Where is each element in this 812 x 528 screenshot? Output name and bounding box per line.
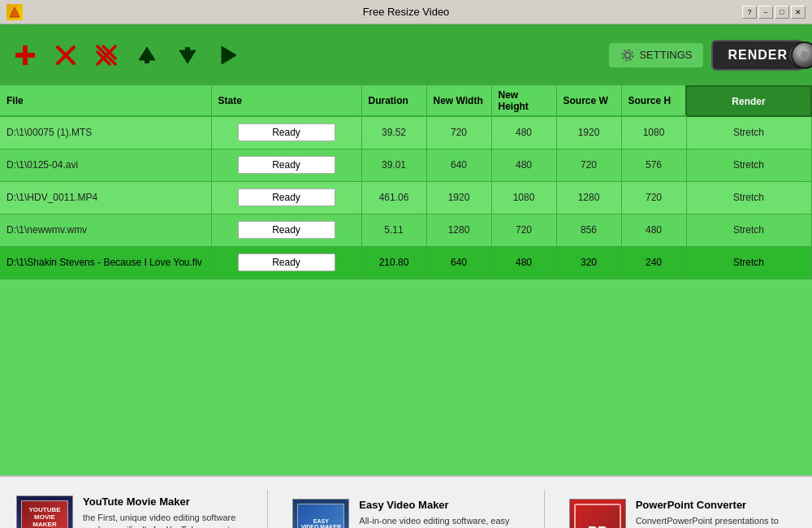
restore-button[interactable]: □ xyxy=(775,6,789,19)
promo-thumb-evm[interactable]: EASYVIDEO MAKER xyxy=(292,499,349,529)
clear-button[interactable] xyxy=(89,38,123,72)
cell-render: Stretch xyxy=(686,214,811,246)
table-body: D:\1\00075 (1).MTSReady39.52720480192010… xyxy=(0,116,811,279)
cell-render: Stretch xyxy=(686,181,811,214)
cell-state[interactable]: Ready xyxy=(211,149,361,181)
cell-render: Stretch xyxy=(686,246,811,279)
col-new-height: New Height xyxy=(491,86,556,116)
promo-thumb-ppc[interactable]: PP PPT xyxy=(569,499,626,529)
settings-button[interactable]: SETTINGS xyxy=(609,43,703,67)
svg-rect-12 xyxy=(185,47,190,50)
col-duration: Duration xyxy=(361,86,426,116)
cell-source-w: 320 xyxy=(556,246,621,279)
table-row[interactable]: D:\1\0125-04.aviReady39.01640480720576St… xyxy=(0,149,811,181)
svg-rect-2 xyxy=(15,53,35,58)
promo-title-youtube: YouTute Movie Maker xyxy=(83,496,243,508)
state-button[interactable]: Ready xyxy=(238,123,335,141)
cell-source-w: 856 xyxy=(556,214,621,246)
cell-new-height: 480 xyxy=(491,116,556,149)
help-button[interactable]: ? xyxy=(742,6,757,19)
app-title: Free Resize Video xyxy=(363,6,450,18)
cell-duration: 5.11 xyxy=(361,214,426,246)
cell-duration: 39.01 xyxy=(361,149,426,181)
promo-text-youtube: YouTute Movie Maker the First, unique vi… xyxy=(83,496,243,528)
cell-new-height: 720 xyxy=(491,214,556,246)
close-button[interactable]: ✕ xyxy=(791,6,806,19)
cell-new-width: 720 xyxy=(426,116,491,149)
promo-text-evm: Easy Video Maker All-in-one video editin… xyxy=(359,499,519,529)
files-table: File State Duration New Width New Height… xyxy=(0,85,812,279)
promo-desc-ppc: ConvertPowerPoint presentations to video… xyxy=(636,515,796,529)
cell-new-height: 480 xyxy=(491,149,556,181)
remove-button[interactable] xyxy=(49,38,83,72)
add-button[interactable] xyxy=(8,38,42,72)
app-icon xyxy=(6,4,23,20)
window-controls: ? − □ ✕ xyxy=(742,6,806,19)
cell-new-width: 1920 xyxy=(426,181,491,214)
svg-marker-9 xyxy=(139,47,155,60)
svg-rect-10 xyxy=(145,60,149,63)
cell-source-w: 720 xyxy=(556,149,621,181)
cell-duration: 39.52 xyxy=(361,116,426,149)
cell-source-w: 1280 xyxy=(556,181,621,214)
cell-state[interactable]: Ready xyxy=(211,181,361,214)
col-source-h: Source H xyxy=(621,86,686,116)
cell-state[interactable]: Ready xyxy=(211,214,361,246)
table-row[interactable]: D:\1\newwmv.wmvReady5.111280720856480Str… xyxy=(0,214,811,246)
start-button[interactable] xyxy=(211,38,245,72)
cell-new-width: 640 xyxy=(426,149,491,181)
cell-render: Stretch xyxy=(686,116,811,149)
cell-new-width: 640 xyxy=(426,246,491,279)
cell-source-h: 240 xyxy=(621,246,686,279)
cell-file: D:\1\newwmv.wmv xyxy=(0,214,211,246)
table-row[interactable]: D:\1\Shakin Stevens - Because I Love You… xyxy=(0,246,811,279)
promo-item-evm: EASYVIDEO MAKER Easy Video Maker All-in-… xyxy=(292,499,519,529)
cell-source-h: 576 xyxy=(621,149,686,181)
cell-duration: 461.06 xyxy=(361,181,426,214)
settings-area: SETTINGS RENDER xyxy=(609,40,804,71)
svg-marker-13 xyxy=(222,46,236,64)
state-button[interactable]: Ready xyxy=(238,188,335,206)
cell-render: Stretch xyxy=(686,149,811,181)
promo-desc-youtube: the First, unique video editing software… xyxy=(83,512,243,528)
cell-state[interactable]: Ready xyxy=(211,116,361,149)
svg-marker-0 xyxy=(10,7,19,17)
col-source-w: Source W xyxy=(556,86,621,116)
promo-title-ppc: PowerPoint Converter xyxy=(636,499,796,511)
cell-new-height: 1080 xyxy=(491,181,556,214)
promo-item-ppc: PP PPT PowerPoint Converter ConvertPower… xyxy=(569,499,796,529)
promo-title-evm: Easy Video Maker xyxy=(359,499,519,511)
promo-text-ppc: PowerPoint Converter ConvertPowerPoint p… xyxy=(636,499,796,529)
col-new-width: New Width xyxy=(426,86,491,116)
svg-point-15 xyxy=(623,50,633,60)
cell-file: D:\1\HDV_0011.MP4 xyxy=(0,181,211,214)
cell-file: D:\1\00075 (1).MTS xyxy=(0,116,211,149)
cell-file: D:\1\Shakin Stevens - Because I Love You… xyxy=(0,246,211,279)
table-row[interactable]: D:\1\00075 (1).MTSReady39.52720480192010… xyxy=(0,116,811,149)
promo-thumb-youtube[interactable]: YOUTUBEMOVIE MAKER xyxy=(16,496,73,528)
col-file: File xyxy=(0,86,211,116)
render-button[interactable]: RENDER xyxy=(711,40,804,71)
cell-new-height: 480 xyxy=(491,246,556,279)
cell-new-width: 1280 xyxy=(426,214,491,246)
promo-item-youtube: YOUTUBEMOVIE MAKER YouTute Movie Maker t… xyxy=(16,496,243,528)
col-state: State xyxy=(211,86,361,116)
move-down-button[interactable] xyxy=(171,38,205,72)
cell-source-h: 1080 xyxy=(621,116,686,149)
state-button[interactable]: Ready xyxy=(238,221,335,239)
cell-state[interactable]: Ready xyxy=(211,246,361,279)
cell-duration: 210.80 xyxy=(361,246,426,279)
table-row[interactable]: D:\1\HDV_0011.MP4Ready461.06192010801280… xyxy=(0,181,811,214)
promo-desc-evm: All-in-one video editing software, easy … xyxy=(359,515,519,529)
move-up-button[interactable] xyxy=(130,38,164,72)
state-button[interactable]: Ready xyxy=(238,253,335,271)
state-button[interactable]: Ready xyxy=(238,156,335,174)
toolbar: SETTINGS RENDER xyxy=(0,24,812,85)
minimize-button[interactable]: − xyxy=(758,6,773,19)
svg-point-14 xyxy=(625,52,631,58)
title-bar: Free Resize Video ? − □ ✕ xyxy=(0,0,812,24)
cell-file: D:\1\0125-04.avi xyxy=(0,149,211,181)
svg-marker-11 xyxy=(179,50,196,63)
col-render: Render xyxy=(686,86,811,116)
promo-divider-2 xyxy=(544,491,545,529)
